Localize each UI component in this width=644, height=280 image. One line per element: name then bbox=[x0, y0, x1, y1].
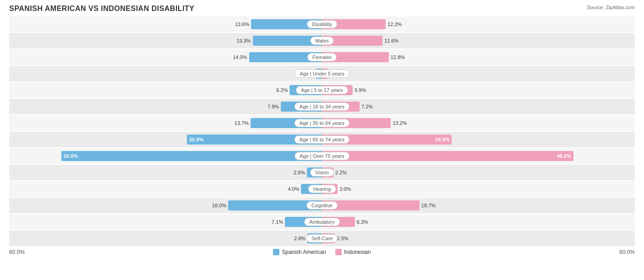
legend-item-left: Spanish American bbox=[273, 249, 326, 255]
bar-right-value: 12.2% bbox=[386, 22, 402, 27]
legend-label: Indonesian bbox=[344, 249, 371, 255]
legend-color-box bbox=[273, 249, 279, 255]
chart-row: 7.9%7.2%Age | 18 to 34 years bbox=[9, 99, 635, 114]
bar-left-value: 13.6% bbox=[235, 22, 251, 27]
bar-right-value: 3.0% bbox=[338, 186, 351, 192]
bar-left-value-inside: 25.9% bbox=[187, 137, 203, 142]
center-label: Females bbox=[307, 53, 337, 61]
legend-item-right: Indonesian bbox=[335, 249, 371, 255]
bottom-area: 60.0% Spanish AmericanIndonesian 60.0% bbox=[9, 249, 635, 255]
bar-right-value: 2.2% bbox=[333, 170, 347, 175]
bar-left-value: 14.0% bbox=[233, 54, 249, 60]
chart-row: 1.1%1.2%Age | Under 5 years bbox=[9, 66, 635, 81]
chart-wrapper: 13.6%12.2%Disability13.3%11.6%Males14.0%… bbox=[9, 16, 635, 246]
center-label: Vision bbox=[310, 168, 334, 177]
header: SPANISH AMERICAN VS INDONESIAN DISABILIT… bbox=[9, 5, 635, 13]
chart-rows: 13.6%12.2%Disability13.3%11.6%Males14.0%… bbox=[9, 16, 635, 246]
chart-row: 4.0%3.0%Hearing bbox=[9, 181, 635, 197]
chart-row: 13.3%11.6%Males bbox=[9, 33, 635, 48]
center-label: Age | Over 75 years bbox=[295, 152, 349, 160]
bar-left-value: 13.7% bbox=[235, 120, 251, 126]
source-label: Source: ZipAtlas.com bbox=[587, 5, 635, 10]
chart-row: 2.8%2.5%Self-Care bbox=[9, 231, 635, 246]
page-title: SPANISH AMERICAN VS INDONESIAN DISABILIT… bbox=[9, 5, 195, 13]
center-label: Disability bbox=[307, 20, 337, 28]
bar-left-value: 2.8% bbox=[294, 236, 307, 241]
bar-right-value: 7.2% bbox=[360, 104, 373, 109]
bar-left-value: 4.0% bbox=[288, 186, 301, 192]
bar-pink: 48.2% bbox=[322, 151, 573, 161]
chart-row: 50.0%48.2%Age | Over 75 years bbox=[9, 148, 635, 164]
center-label: Self-Care bbox=[306, 234, 338, 242]
center-label: Age | Under 5 years bbox=[295, 70, 349, 78]
bar-right-value: 11.6% bbox=[382, 38, 398, 43]
bar-left-value-inside: 50.0% bbox=[61, 153, 78, 159]
bar-right-value-inside: 48.2% bbox=[557, 153, 573, 159]
legend-label: Spanish American bbox=[282, 249, 326, 255]
chart-row: 13.6%12.2%Disability bbox=[9, 16, 635, 32]
center-label: Age | 18 to 34 years bbox=[295, 102, 349, 111]
bar-left-value: 18.0% bbox=[212, 203, 228, 208]
bar-right-value: 13.2% bbox=[391, 120, 407, 126]
chart-row: 18.0%18.7%Cognitive bbox=[9, 198, 635, 213]
chart-row: 25.9%24.9%Age | 65 to 74 years bbox=[9, 132, 635, 147]
bar-right-value: 5.9% bbox=[353, 87, 366, 93]
center-label: Males bbox=[310, 37, 333, 45]
bar-right-value-inside: 24.9% bbox=[435, 137, 452, 142]
bar-left-value: 2.9% bbox=[294, 170, 307, 175]
chart-row: 2.9%2.2%Vision bbox=[9, 165, 635, 180]
bar-left-value: 7.9% bbox=[267, 104, 281, 109]
bar-left-value: 7.1% bbox=[272, 219, 285, 225]
page-container: SPANISH AMERICAN VS INDONESIAN DISABILIT… bbox=[9, 5, 635, 255]
center-label: Hearing bbox=[308, 185, 336, 193]
legend-color-box bbox=[335, 249, 342, 255]
axis-right-label: 60.0% bbox=[607, 249, 635, 255]
chart-row: 13.7%13.2%Age | 35 to 64 years bbox=[9, 115, 635, 131]
bar-left-value: 13.3% bbox=[236, 38, 252, 43]
chart-row: 14.0%12.8%Females bbox=[9, 49, 635, 65]
legend: Spanish AmericanIndonesian bbox=[273, 249, 371, 255]
bar-right-value: 12.8% bbox=[389, 54, 405, 60]
center-label: Age | 65 to 74 years bbox=[295, 135, 349, 144]
bar-right-value: 6.3% bbox=[355, 219, 368, 225]
center-label: Age | 35 to 64 years bbox=[295, 119, 349, 127]
chart-row: 6.2%5.9%Age | 5 to 17 years bbox=[9, 82, 635, 98]
bar-left-value: 6.2% bbox=[276, 87, 289, 93]
bar-right-value: 18.7% bbox=[420, 203, 436, 208]
axis-left-label: 60.0% bbox=[9, 249, 37, 255]
center-label: Age | 5 to 17 years bbox=[296, 86, 348, 94]
bar-blue: 50.0% bbox=[61, 151, 322, 161]
chart-row: 7.1%6.3%Ambulatory bbox=[9, 214, 635, 230]
center-label: Ambulatory bbox=[304, 218, 340, 226]
center-label: Cognitive bbox=[306, 201, 338, 210]
